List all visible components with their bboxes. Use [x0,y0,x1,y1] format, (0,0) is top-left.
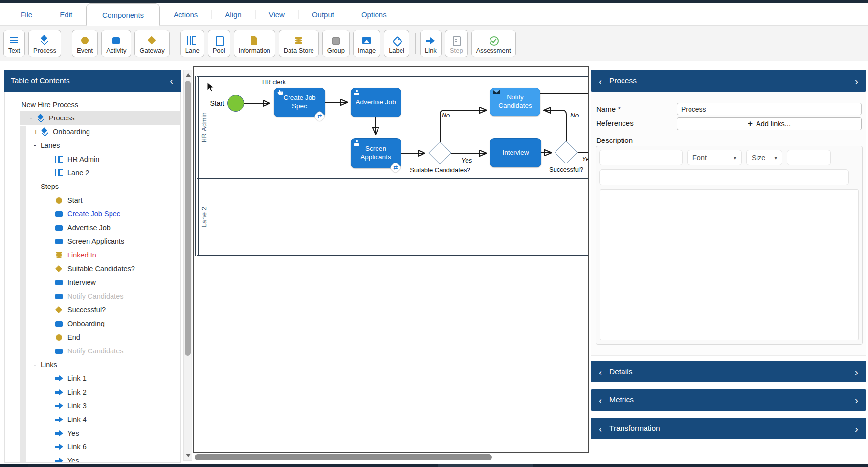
start-event[interactable] [227,95,244,112]
maximize-button[interactable] [805,152,812,163]
section-metrics[interactable]: ‹ Metrics › [591,389,866,411]
task-create-job-spec[interactable]: Create Job Spec [274,88,325,117]
link-button[interactable]: Link [420,30,442,57]
insert-table-button[interactable] [824,172,831,183]
menu-actions[interactable]: Actions [160,3,211,25]
toc-row-link-1[interactable]: Link 1 [20,372,180,385]
menu-edit[interactable]: Edit [46,3,86,25]
menu-options[interactable]: Options [348,3,401,25]
process-section-header[interactable]: ‹ Process › [591,70,866,92]
toc-row-end[interactable]: End [20,330,180,344]
superscript-button[interactable] [670,152,677,163]
numbered-list-button[interactable] [641,172,648,183]
information-button[interactable]: Information [234,30,275,57]
linked-process-icon[interactable] [389,162,401,173]
bullet-list-button[interactable] [653,172,660,183]
description-text-area[interactable] [600,189,859,340]
tree-expander-icon[interactable]: - [34,183,41,190]
toc-row-process[interactable]: - Process [20,111,180,125]
task-screen-applicants[interactable]: Screen Applicants [351,138,401,168]
add-links-button[interactable]: + Add links... [677,117,862,130]
menu-file[interactable]: File [7,3,46,25]
toc-row-link-4[interactable]: Link 4 [20,413,180,426]
diagram-canvas[interactable]: HR Admin Lane 2 HR clerk Start [193,66,589,453]
step-button[interactable]: Step [445,30,468,57]
insert-iframe-button[interactable] [837,172,844,183]
tree-expander-icon[interactable]: + [34,128,41,136]
assessment-button[interactable]: Assessment [471,30,516,57]
linked-process-icon[interactable] [313,110,325,122]
toc-row-steps[interactable]: - Steps [20,180,180,193]
toc-row-link-3[interactable]: Link 3 [20,399,180,413]
pool-button[interactable]: Pool [208,30,230,57]
tree-expander-icon[interactable]: - [34,361,41,369]
menu-output[interactable]: Output [298,3,348,25]
menu-align[interactable]: Align [211,3,255,25]
chevron-left-icon[interactable]: ‹ [599,367,602,377]
canvas-vertical-scrollbar[interactable] [183,70,192,461]
bold-button[interactable] [604,152,611,163]
align-left-button[interactable] [714,172,721,183]
gateway-button[interactable]: Gateway [134,30,169,57]
toc-row-successful[interactable]: Successful? [20,303,180,317]
templates-button[interactable] [819,152,825,163]
section-details[interactable]: ‹ Details › [591,361,866,382]
toc-row-link-6[interactable]: Link 6 [20,440,180,454]
toc-row-link-2[interactable]: Link 2 [20,385,180,399]
name-input[interactable] [677,103,862,115]
scroll-up-icon[interactable] [186,73,191,77]
text-button[interactable]: Text [3,30,25,57]
rte-divider[interactable] [666,172,672,183]
subscript-button[interactable] [657,152,664,163]
horizontal-scroll-thumb[interactable] [195,454,492,460]
strikethrough-button[interactable] [644,152,651,163]
chevron-right-icon[interactable]: › [855,367,858,377]
process-button[interactable]: Process [28,30,61,57]
insert-image-button[interactable] [812,172,819,183]
font-color-button[interactable] [604,172,611,183]
toc-row-interview[interactable]: Interview [20,276,180,289]
toc-row-yes-2[interactable]: Yes [20,454,180,463]
connector-no2-to-notify[interactable] [545,110,566,142]
toc-row-lane-2[interactable]: Lane 2 [20,166,180,180]
image-button[interactable]: Image [353,30,380,57]
align-right-button[interactable] [739,172,746,183]
insert-link-button[interactable] [776,172,782,183]
toc-row-notify-candidates-2[interactable]: Notify Candidates [20,344,180,358]
toc-row-hr-admin[interactable]: HR Admin [20,152,180,166]
rte-divider[interactable] [629,172,636,183]
toc-row-links[interactable]: - Links [20,358,180,372]
tab-components[interactable]: Components [86,3,160,26]
activity-button[interactable]: Activity [101,30,131,57]
label-button[interactable]: Label [384,30,409,57]
font-dropdown[interactable]: Font ▾ [687,150,742,165]
scroll-down-icon[interactable] [186,454,191,457]
chevron-left-icon[interactable]: ‹ [599,423,602,434]
line-height-button[interactable] [800,172,807,183]
tree-expander-icon[interactable]: - [34,141,41,149]
toc-row-onboarding-step[interactable]: Onboarding [20,317,180,330]
remove-format-button[interactable] [792,152,799,163]
chevron-right-icon[interactable]: › [855,395,858,405]
toc-row-suitable-candidates[interactable]: Suitable Candidates? [20,262,180,276]
toc-root-node[interactable]: New Hire Process [22,101,180,109]
rte-divider[interactable] [702,172,709,183]
section-transformation[interactable]: ‹ Transformation › [591,418,866,439]
paste-text-button[interactable] [763,172,770,183]
task-advertise-job[interactable]: Advertise Job [351,88,401,117]
toc-row-advertise-job[interactable]: Advertise Job [20,221,180,234]
group-button[interactable]: Group [322,30,350,57]
menu-view[interactable]: View [255,3,298,25]
size-dropdown[interactable]: Size ▾ [746,150,782,165]
toc-row-notify-candidates-1[interactable]: Notify Candidates [20,289,180,303]
hr-clerk-annotation[interactable]: HR clerk [252,79,296,86]
chevron-right-icon[interactable]: › [855,76,858,86]
toc-row-onboarding-process[interactable]: + Onboarding [20,125,180,139]
font-color-caret[interactable] [617,172,623,183]
vertical-scroll-thumb[interactable] [185,81,191,356]
align-center-button[interactable] [727,172,734,183]
task-notify-candidates[interactable]: Notify Candidates [490,88,540,116]
toc-row-yes-1[interactable]: Yes [20,426,180,440]
lane-button[interactable]: Lane [180,30,204,57]
italic-button[interactable] [618,152,624,163]
